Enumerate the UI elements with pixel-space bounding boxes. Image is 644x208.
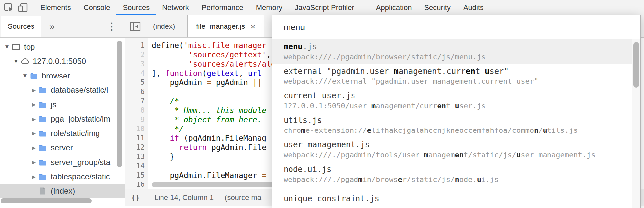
folder-icon	[38, 85, 47, 95]
quickopen-result-menu-js[interactable]: menu.jswebpack:///./pgadmin/browser/stat…	[272, 39, 632, 64]
panel-tab-application[interactable]: Application	[370, 0, 418, 15]
panel-tab-audits[interactable]: Audits	[457, 0, 490, 15]
panel-tabs: ElementsConsoleSourcesNetworkPerformance…	[34, 0, 490, 15]
line-number-15[interactable]: 15	[125, 171, 148, 180]
tree-item-browser[interactable]: ▼browser	[0, 69, 125, 83]
expander-closed-icon[interactable]: ▶	[30, 174, 38, 180]
more-tabs-icon[interactable]: »	[49, 21, 55, 32]
line-number-16[interactable]: 16	[125, 180, 148, 189]
line-number-9[interactable]: 9	[125, 115, 148, 124]
panel-tab-sources[interactable]: Sources	[116, 0, 156, 15]
quick-open-scrollbar-thumb[interactable]	[633, 42, 639, 88]
quickopen-result-node-ui-js[interactable]: node.ui.jswebpack:///./pgadmin/browser/s…	[272, 162, 632, 186]
tree-item-127-0-0-1-5050[interactable]: ▼127.0.0.1:5050	[0, 54, 125, 69]
devtools-toolbar: ElementsConsoleSourcesNetworkPerformance…	[0, 0, 644, 15]
line-number-11[interactable]: 11	[125, 133, 148, 143]
line-number-6[interactable]: 6	[125, 87, 148, 96]
folder-icon	[38, 158, 47, 167]
tree-item-label: js	[51, 100, 56, 109]
line-number-10[interactable]: 10	[125, 124, 148, 133]
toolbar-divider	[33, 3, 33, 12]
editor-tab-index[interactable]: (index)	[145, 15, 183, 37]
tree-vertical-scrollbar[interactable]	[117, 41, 122, 167]
close-tab-icon[interactable]: ×	[250, 22, 255, 31]
folder-icon	[38, 100, 47, 109]
quickopen-result-external-pgadmin-user-management-current[interactable]: external "pgadmin.user_management.curren…	[272, 64, 632, 88]
tree-item-tablespace-static[interactable]: ▶tablespace/static	[0, 170, 125, 184]
line-number-1[interactable]: 1	[125, 41, 148, 50]
result-title: external "pgadmin.user_management.curren…	[284, 66, 632, 77]
tree-item-label: (index)	[51, 186, 75, 196]
device-toolbar-icon[interactable]	[17, 2, 29, 13]
line-number-5[interactable]: 5	[125, 78, 148, 87]
line-number-3[interactable]: 3	[125, 59, 148, 69]
inspect-element-icon[interactable]	[3, 2, 14, 13]
line-number-gutter: 12345678910111213141516	[125, 38, 148, 189]
quickopen-result-utils-js[interactable]: utils.jschrome-extension://elifhakcjgala…	[272, 113, 632, 137]
line-number-13[interactable]: 13	[125, 152, 148, 161]
quick-open-scrollbar-track[interactable]	[632, 39, 640, 208]
result-title: menu.js	[284, 41, 632, 52]
line-number-12[interactable]: 12	[125, 143, 148, 152]
navigator-header: Sources » ⋮	[0, 15, 125, 38]
result-title: node.ui.js	[284, 164, 632, 175]
tree-item-server[interactable]: ▶server	[0, 141, 125, 155]
panel-tab-network[interactable]: Network	[156, 0, 195, 15]
tree-item-pga-job-static-im[interactable]: ▶pga_job/static/im	[0, 112, 125, 127]
result-path: 127.0.0.1:5050/user_management/current_u…	[284, 101, 632, 111]
line-number-7[interactable]: 7	[125, 96, 148, 106]
line-number-2[interactable]: 2	[125, 50, 148, 59]
panel-tab-javascript-profiler[interactable]: JavaScript Profiler	[289, 0, 360, 15]
quickopen-result-unique-constraint-js[interactable]: unique_constraint.js	[272, 186, 632, 208]
tree-item-database-static-i[interactable]: ▶database/static/i	[0, 83, 125, 98]
editor-tabs: (index)file_manager.js×	[145, 15, 264, 37]
folder-icon	[38, 172, 47, 181]
folder-icon	[38, 143, 47, 152]
expander-closed-icon[interactable]: ▶	[30, 159, 38, 165]
tree-item-label: role/static/img	[51, 129, 100, 138]
panel-tab-console[interactable]: Console	[77, 0, 117, 15]
quick-open-results: menu.jswebpack:///./pgadmin/browser/stat…	[272, 39, 632, 208]
expander-closed-icon[interactable]: ▶	[30, 130, 38, 136]
tree-item-label: database/static/i	[51, 85, 108, 95]
tree-item-top[interactable]: ▼top	[0, 40, 125, 54]
line-number-14[interactable]: 14	[125, 161, 148, 171]
folder-icon	[38, 114, 47, 124]
overflow-menu-icon[interactable]: ⋮	[107, 21, 117, 32]
result-title: user_management.js	[284, 139, 632, 150]
line-number-4[interactable]: 4	[125, 69, 148, 78]
expander-open-icon[interactable]: ▼	[12, 58, 20, 65]
hide-navigator-icon[interactable]	[129, 21, 141, 32]
expander-closed-icon[interactable]: ▶	[30, 87, 38, 93]
quick-open-input[interactable]: menu	[272, 15, 640, 39]
tree-item-label: server_group/sta	[51, 158, 110, 167]
panel-tab-memory[interactable]: Memory	[250, 0, 289, 15]
tree-item-js[interactable]: ▶js	[0, 97, 125, 112]
result-title: unique_constraint.js	[284, 193, 632, 204]
expander-open-icon[interactable]: ▼	[3, 44, 11, 50]
tree-item-server-group-sta[interactable]: ▶server_group/sta	[0, 155, 125, 170]
result-title: utils.js	[284, 115, 632, 126]
expander-closed-icon[interactable]: ▶	[30, 145, 38, 151]
editor-tab-file-manager-js[interactable]: file_manager.js×	[187, 15, 264, 37]
expander-closed-icon[interactable]: ▶	[30, 116, 38, 122]
tree-item-role-static-img[interactable]: ▶role/static/img	[0, 126, 125, 141]
devtools-window: ElementsConsoleSourcesNetworkPerformance…	[0, 0, 644, 208]
result-path: webpack:///external "pgadmin.user_manage…	[284, 77, 632, 86]
panel-tab-performance[interactable]: Performance	[195, 0, 250, 15]
folder-icon	[38, 129, 47, 138]
expander-closed-icon[interactable]: ▶	[30, 101, 38, 108]
tree-item-index[interactable]: (index)	[0, 184, 125, 198]
expander-open-icon[interactable]: ▼	[21, 73, 29, 79]
tree-horizontal-scrollbar[interactable]	[1, 198, 92, 203]
frame-icon	[11, 42, 21, 52]
line-number-8[interactable]: 8	[125, 106, 148, 115]
panel-tab-security[interactable]: Security	[418, 0, 457, 15]
quickopen-result-user-management-js[interactable]: user_management.jswebpack:///./pgadmin/t…	[272, 137, 632, 162]
panel-tab-elements[interactable]: Elements	[34, 0, 77, 15]
pretty-print-icon[interactable]: {}	[131, 193, 140, 202]
navigator-tab-sources[interactable]: Sources	[1, 16, 41, 37]
quickopen-result-current-user-js[interactable]: current_user.js127.0.0.1:5050/user_manag…	[272, 88, 632, 113]
folder-icon	[29, 71, 38, 80]
result-path: webpack:///./pgadmin/tools/user_manageme…	[284, 150, 632, 160]
